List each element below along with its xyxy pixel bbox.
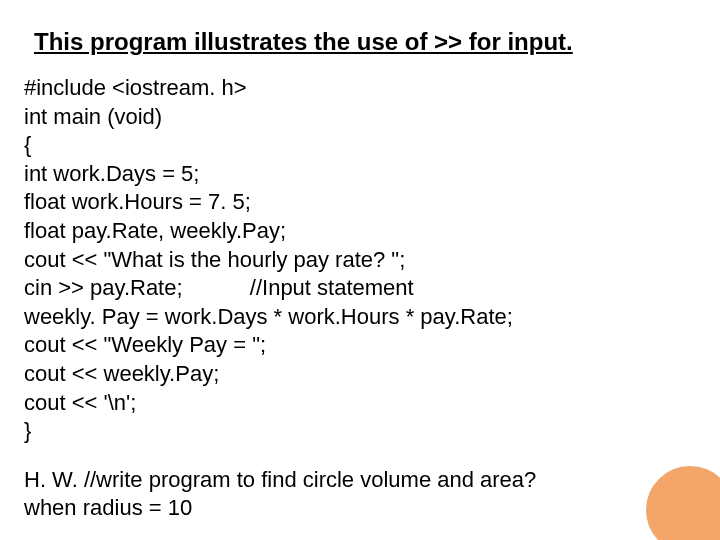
code-line: weekly. Pay = work.Days * work.Hours * p… xyxy=(24,303,696,332)
code-block: #include <iostream. h> int main (void) {… xyxy=(24,74,696,446)
code-line: int main (void) xyxy=(24,103,696,132)
code-line: cout << weekly.Pay; xyxy=(24,360,696,389)
code-line: cout << '\n'; xyxy=(24,389,696,418)
homework-line: H. W. //write program to find circle vol… xyxy=(24,466,696,495)
code-line: float work.Hours = 7. 5; xyxy=(24,188,696,217)
code-line: cin >> pay.Rate; //Input statement xyxy=(24,274,696,303)
code-line: #include <iostream. h> xyxy=(24,74,696,103)
code-line: int work.Days = 5; xyxy=(24,160,696,189)
homework-note: H. W. //write program to find circle vol… xyxy=(24,466,696,523)
code-line: { xyxy=(24,131,696,160)
slide-title: This program illustrates the use of >> f… xyxy=(34,28,696,56)
code-line: float pay.Rate, weekly.Pay; xyxy=(24,217,696,246)
homework-line: when radius = 10 xyxy=(24,494,696,523)
code-line: cout << "What is the hourly pay rate? "; xyxy=(24,246,696,275)
code-line: } xyxy=(24,417,696,446)
code-line: cout << "Weekly Pay = "; xyxy=(24,331,696,360)
